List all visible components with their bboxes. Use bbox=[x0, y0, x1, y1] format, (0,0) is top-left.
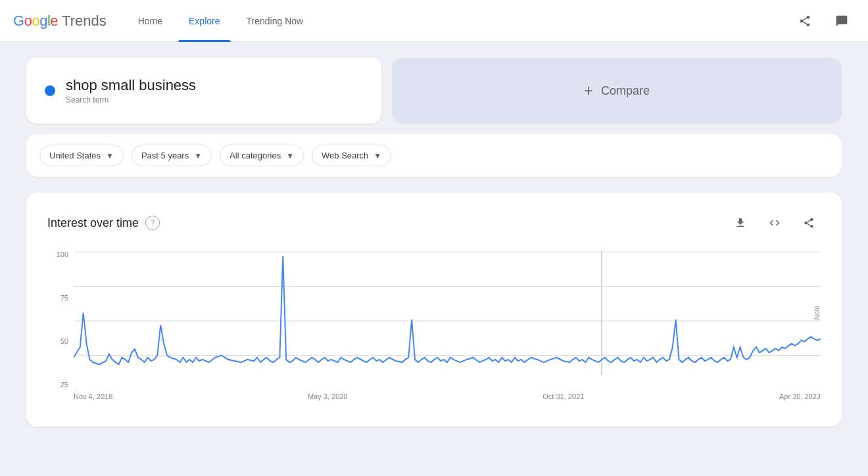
chart-title: Interest over time bbox=[47, 216, 139, 230]
download-button[interactable] bbox=[729, 211, 752, 235]
y-label-100: 100 bbox=[57, 250, 68, 258]
trends-logo-text: Trends bbox=[62, 12, 107, 30]
search-type-filter-label: Web Search bbox=[322, 151, 368, 160]
main-nav: Home Explore Trending Now bbox=[128, 0, 792, 42]
search-dot bbox=[45, 85, 55, 96]
chart-share-button[interactable] bbox=[797, 211, 821, 235]
chart-container: 100 75 50 25 bbox=[47, 250, 821, 408]
header-actions bbox=[792, 8, 855, 34]
nav-home[interactable]: Home bbox=[128, 0, 173, 42]
search-term: shop small business bbox=[66, 77, 196, 94]
x-label-1: Nov 4, 2018 bbox=[74, 393, 112, 400]
chart-actions bbox=[729, 211, 821, 235]
nav-explore[interactable]: Explore bbox=[178, 0, 230, 42]
notifications-button[interactable] bbox=[829, 8, 855, 34]
y-label-75: 75 bbox=[60, 294, 68, 302]
search-compare-area: shop small business Search term + Compar… bbox=[26, 58, 842, 124]
category-filter-label: All categories bbox=[229, 151, 281, 160]
compare-card[interactable]: + Compare bbox=[392, 58, 842, 124]
compare-plus-icon: + bbox=[584, 82, 593, 100]
category-dropdown-arrow: ▼ bbox=[286, 151, 294, 160]
x-label-3: Oct 31, 2021 bbox=[542, 393, 584, 400]
note-label: Note bbox=[813, 306, 821, 320]
help-icon[interactable]: ? bbox=[145, 216, 160, 230]
x-label-2: May 3, 2020 bbox=[308, 393, 348, 400]
chart-area: Note bbox=[74, 250, 821, 389]
search-type-filter[interactable]: Web Search ▼ bbox=[312, 145, 391, 166]
time-filter[interactable]: Past 5 years ▼ bbox=[132, 145, 212, 166]
region-filter-label: United States bbox=[49, 151, 101, 160]
time-filter-label: Past 5 years bbox=[141, 151, 189, 160]
region-filter[interactable]: United States ▼ bbox=[39, 145, 124, 166]
time-dropdown-arrow: ▼ bbox=[194, 151, 202, 160]
main-content: shop small business Search term + Compar… bbox=[0, 42, 868, 442]
nav-trending-now[interactable]: Trending Now bbox=[236, 0, 314, 42]
google-logo: Google bbox=[13, 12, 58, 30]
search-card: shop small business Search term bbox=[26, 58, 381, 124]
search-type-dropdown-arrow: ▼ bbox=[374, 151, 381, 160]
y-label-50: 50 bbox=[60, 337, 68, 345]
x-axis: Nov 4, 2018 May 3, 2020 Oct 31, 2021 Apr… bbox=[74, 393, 821, 408]
y-label-25: 25 bbox=[60, 381, 68, 389]
header: Google Trends Home Explore Trending Now bbox=[0, 0, 868, 42]
search-term-label: Search term bbox=[66, 95, 196, 105]
chart-card: Interest over time ? bbox=[26, 193, 842, 427]
compare-label: Compare bbox=[601, 84, 650, 98]
chart-header: Interest over time ? bbox=[47, 211, 821, 235]
region-dropdown-arrow: ▼ bbox=[106, 151, 114, 160]
logo: Google Trends bbox=[13, 12, 107, 30]
chart-title-row: Interest over time ? bbox=[47, 216, 160, 230]
y-axis: 100 75 50 25 bbox=[47, 250, 74, 389]
x-label-4: Apr 30, 2023 bbox=[779, 393, 821, 400]
chart-svg bbox=[74, 250, 821, 389]
share-button[interactable] bbox=[792, 8, 818, 34]
search-text-area: shop small business Search term bbox=[66, 77, 196, 105]
embed-button[interactable] bbox=[763, 211, 786, 235]
category-filter[interactable]: All categories ▼ bbox=[220, 145, 304, 166]
filters-row: United States ▼ Past 5 years ▼ All categ… bbox=[26, 134, 842, 177]
